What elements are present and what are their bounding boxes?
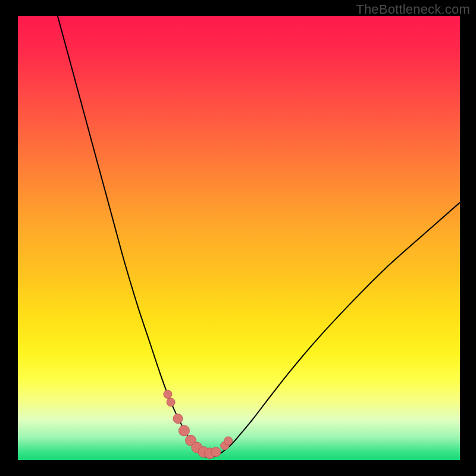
plot-area xyxy=(18,16,460,460)
marker-dot xyxy=(164,390,172,399)
marker-dot xyxy=(173,414,183,424)
marker-dot xyxy=(167,398,175,406)
marker-dot xyxy=(211,447,221,457)
marker-dot xyxy=(224,437,233,445)
watermark-text: TheBottleneck.com xyxy=(356,2,470,17)
curve-layer xyxy=(18,16,460,460)
chart-frame: TheBottleneck.com xyxy=(0,0,476,476)
bottleneck-curve xyxy=(58,16,460,458)
marker-group xyxy=(164,390,233,459)
marker-dot xyxy=(178,425,189,436)
